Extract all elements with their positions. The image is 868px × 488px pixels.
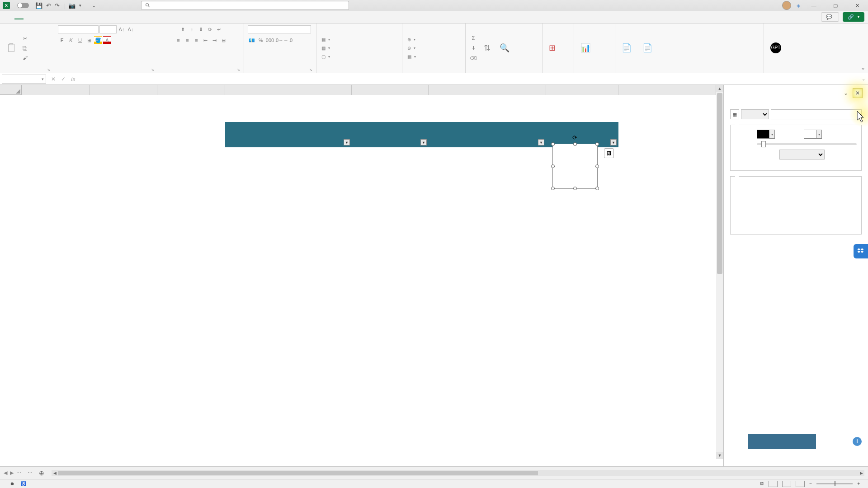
launcher-icon[interactable]: ↘	[151, 68, 154, 72]
table-header-id[interactable]: ▾	[352, 122, 429, 147]
search-box[interactable]	[141, 1, 349, 10]
number-format-combo[interactable]	[248, 25, 311, 33]
horizontal-scrollbar[interactable]: ◀ ▶	[52, 470, 864, 476]
filter-icon[interactable]: ▾	[344, 139, 350, 145]
format-cells-button[interactable]: ▦▾	[406, 54, 417, 60]
tab-entwicklertools[interactable]	[90, 15, 99, 19]
resize-handle[interactable]	[551, 142, 555, 146]
resize-handle[interactable]	[595, 164, 599, 168]
vertical-scrollbar[interactable]: ▲ ▼	[716, 85, 723, 459]
picture-smart-tag[interactable]: 🖼	[604, 148, 614, 158]
filter-icon[interactable]: ▾	[420, 139, 427, 145]
col-header-A[interactable]	[22, 85, 90, 95]
cell-styles-button[interactable]: ▢▾	[320, 54, 331, 60]
col-header-G[interactable]	[546, 85, 618, 95]
color-picker[interactable]: ▾	[757, 130, 775, 139]
zoom-slider[interactable]	[816, 483, 853, 484]
url-input[interactable]	[771, 109, 862, 119]
page-layout-view-icon[interactable]	[782, 481, 791, 487]
fill-icon[interactable]: ⬇	[469, 44, 477, 52]
launcher-icon[interactable]: ↘	[309, 68, 312, 72]
indent-increase-icon[interactable]: ⇥	[211, 36, 219, 44]
redo-icon[interactable]: ↷	[55, 2, 60, 9]
insert-button[interactable]	[748, 434, 816, 449]
tab-datei[interactable]	[4, 15, 13, 19]
qr-preview-image[interactable]	[735, 185, 857, 224]
col-header-E[interactable]	[352, 85, 429, 95]
scroll-thumb[interactable]	[717, 93, 722, 274]
close-button[interactable]: ✕	[849, 1, 865, 10]
tab-ueberpruefen[interactable]	[69, 15, 78, 19]
font-color-icon[interactable]: A	[103, 36, 111, 44]
find-select-button[interactable]: 🔍	[497, 42, 512, 55]
share-button[interactable]: 🔗 ▾	[843, 12, 864, 22]
comments-button[interactable]: 💬	[821, 12, 839, 22]
tab-seitenlayout[interactable]	[36, 15, 45, 19]
format-painter-icon[interactable]: 🖌	[21, 54, 29, 62]
scroll-up-icon[interactable]: ▲	[716, 85, 723, 92]
merge-icon[interactable]: ⊟	[220, 36, 228, 44]
collapse-ribbon-icon[interactable]: ⌄	[861, 65, 865, 71]
maximize-button[interactable]: ▢	[827, 1, 844, 10]
qat-dropdown-icon[interactable]: ▾	[79, 3, 81, 8]
slider-thumb[interactable]	[761, 141, 766, 147]
size-slider[interactable]	[757, 143, 857, 145]
resize-handle[interactable]	[573, 187, 577, 190]
resize-handle[interactable]	[573, 142, 577, 146]
chatgpt-button[interactable]: GPT	[768, 42, 784, 55]
filename[interactable]: ⌄	[90, 2, 96, 9]
conditional-formatting-button[interactable]: ▦▾	[320, 37, 331, 42]
paste-button[interactable]	[4, 42, 19, 55]
bold-icon[interactable]: F	[58, 36, 66, 44]
tab-hilfe[interactable]	[101, 15, 110, 19]
undo-icon[interactable]: ↶	[46, 2, 51, 9]
resize-handle[interactable]	[551, 187, 555, 190]
font-size-combo[interactable]	[99, 25, 117, 33]
col-header-F[interactable]	[429, 85, 546, 95]
resize-handle[interactable]	[595, 187, 599, 190]
wrap-text-icon[interactable]: ↵	[215, 25, 223, 33]
launcher-icon[interactable]: ↘	[237, 68, 240, 72]
thousands-icon[interactable]: 000	[266, 36, 274, 44]
cut-icon[interactable]: ✂	[21, 35, 29, 43]
rotate-handle-icon[interactable]: ⟳	[572, 134, 577, 141]
scroll-down-icon[interactable]: ▼	[716, 452, 723, 459]
error-correction-select[interactable]	[779, 150, 825, 160]
scroll-left-icon[interactable]: ◀	[52, 471, 58, 475]
taskpane-dropdown-icon[interactable]: ⌄	[841, 88, 851, 98]
info-icon[interactable]: i	[853, 437, 862, 446]
tab-formeln[interactable]	[47, 15, 56, 19]
indent-decrease-icon[interactable]: ⇤	[202, 36, 210, 44]
save-icon[interactable]: 💾	[35, 2, 42, 9]
fill-color-icon[interactable]: 🪣	[94, 36, 102, 44]
tab-einfuegen[interactable]	[25, 15, 34, 19]
align-top-icon[interactable]: ⬆	[179, 25, 187, 33]
sheet-nav-prev-icon[interactable]: ◀	[4, 470, 7, 476]
font-name-combo[interactable]	[58, 25, 99, 33]
qr-image-selected[interactable]: ⟳	[552, 144, 598, 189]
col-header-H[interactable]	[618, 85, 716, 95]
filter-icon[interactable]: ▾	[538, 139, 544, 145]
sheet-nav-menu-icon[interactable]: ⋯	[16, 470, 21, 476]
page-break-view-icon[interactable]	[796, 481, 805, 487]
background-picker[interactable]: ▾	[804, 130, 822, 139]
insert-cells-button[interactable]: ⊕▾	[406, 37, 417, 42]
align-left-icon[interactable]: ≡	[175, 36, 183, 44]
clear-icon[interactable]: ⌫	[469, 55, 477, 63]
taskpane-close-button[interactable]: ✕	[853, 88, 863, 98]
pdf-outlook-button[interactable]: 📄	[640, 42, 655, 55]
decrease-decimal-icon[interactable]: ←.0	[284, 36, 292, 44]
diamond-icon[interactable]: ◈	[797, 3, 800, 9]
launcher-icon[interactable]: ↘	[47, 68, 50, 72]
italic-icon[interactable]: K	[67, 36, 75, 44]
expand-formula-icon[interactable]: ⌄	[859, 76, 868, 81]
camera-icon[interactable]: 📷	[68, 2, 75, 9]
enter-formula-icon[interactable]: ✓	[59, 76, 68, 82]
tab-daten[interactable]	[58, 15, 67, 19]
col-header-C[interactable]	[157, 85, 225, 95]
add-sheet-button[interactable]: ⊕	[35, 468, 48, 479]
percent-icon[interactable]: %	[257, 36, 265, 44]
protocol-select[interactable]	[741, 109, 769, 119]
scroll-right-icon[interactable]: ▶	[858, 471, 864, 475]
increase-decimal-icon[interactable]: .0→	[275, 36, 283, 44]
